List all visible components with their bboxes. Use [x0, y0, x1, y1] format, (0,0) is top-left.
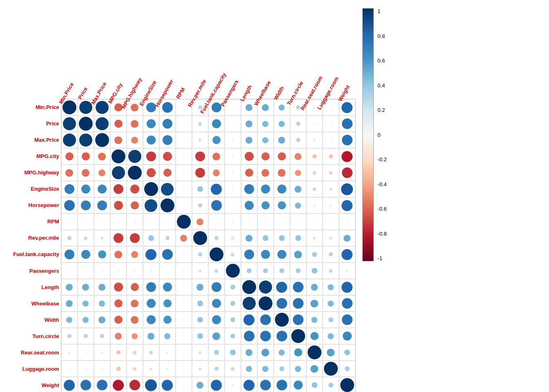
corr-circle [212, 153, 220, 160]
corr-circle [311, 284, 318, 291]
corr-circle [313, 107, 315, 109]
table-row [78, 377, 94, 392]
corr-circle [197, 301, 203, 306]
table-row [274, 279, 290, 295]
table-row [339, 246, 355, 263]
table-row [257, 181, 274, 197]
corr-circle [328, 383, 333, 388]
table-row [306, 148, 323, 165]
table-row [110, 132, 127, 148]
corr-circle [66, 317, 72, 323]
corr-circle [341, 282, 353, 293]
table-row [290, 279, 306, 295]
table-row [61, 116, 78, 132]
legend-tick: -0.2 [377, 156, 386, 163]
corr-circle [245, 201, 254, 210]
table-row [61, 263, 78, 279]
corr-circle [79, 134, 92, 147]
corr-circle [183, 368, 185, 370]
table-row [339, 328, 355, 344]
corr-circle [341, 183, 353, 195]
corr-circle [183, 205, 185, 206]
table-row [127, 214, 143, 230]
table-row [192, 344, 208, 361]
corr-circle [330, 123, 332, 125]
left-section: Min.PricePriceMax.PriceMPG.cityMPG.highw… [13, 8, 356, 392]
col-label-wrapper: RPM [175, 8, 192, 98]
col-label-wrapper: Rev.per.mile [192, 8, 208, 98]
row-label: Turn.circle [13, 328, 59, 344]
corr-circle [341, 151, 353, 162]
table-row [127, 116, 143, 132]
corr-circle [147, 315, 156, 324]
corr-circle [342, 118, 353, 129]
row-label: Horsepower [13, 197, 59, 214]
table-row [241, 279, 257, 295]
corr-circle [312, 252, 317, 257]
table-row [225, 377, 241, 392]
table-row [176, 148, 192, 165]
table-row [225, 132, 241, 148]
corr-circle [144, 182, 158, 196]
main-area: Min.PricePriceMax.PriceMPG.cityMPG.highw… [13, 8, 536, 392]
corr-circle [294, 251, 302, 258]
corr-circle [67, 236, 71, 240]
corr-circle [295, 153, 301, 160]
table-row [208, 361, 225, 377]
corr-circle [231, 237, 234, 240]
corr-circle [114, 201, 123, 210]
corr-circle [114, 184, 123, 194]
table-row [94, 116, 110, 132]
table-row [306, 132, 323, 148]
table-row [159, 132, 176, 148]
table-row [306, 165, 323, 181]
corr-circle [199, 368, 201, 370]
corr-circle [214, 367, 219, 371]
table-row [94, 148, 110, 165]
corr-circle [163, 299, 172, 307]
table-row [323, 181, 339, 197]
table-row [323, 295, 339, 312]
col-label: RPM [175, 87, 186, 100]
legend-tick: -0.8 [377, 231, 386, 237]
table-row [78, 132, 94, 148]
table-row [339, 148, 355, 165]
corr-circle [130, 185, 139, 194]
corr-circle [84, 236, 87, 240]
table-row [290, 165, 306, 181]
table-row [290, 148, 306, 165]
table-row [274, 116, 290, 132]
row-label: Price [13, 115, 59, 131]
corr-circle [279, 121, 285, 127]
table-row [208, 328, 225, 344]
col-label-wrapper: Length [241, 8, 257, 98]
corr-circle [118, 270, 119, 272]
table-row [257, 165, 274, 181]
corr-circle [296, 268, 301, 273]
corr-circle [329, 154, 333, 158]
table-row [94, 344, 110, 361]
table-row [208, 214, 225, 230]
table-row [339, 230, 355, 246]
table-row [110, 279, 127, 295]
corr-circle [277, 298, 287, 309]
row-label: EngineSize [13, 181, 59, 197]
corr-circle [85, 270, 87, 272]
corr-circle [128, 150, 141, 163]
corr-circle [198, 252, 202, 256]
table-row [323, 328, 339, 344]
corr-circle [232, 205, 234, 206]
corr-circle [232, 221, 234, 223]
corr-circle [211, 184, 222, 195]
table-row [110, 361, 127, 377]
corr-circle [231, 367, 234, 371]
table-row [61, 328, 78, 344]
corr-circle [63, 117, 76, 130]
table-row [61, 279, 78, 295]
corr-circle [278, 201, 286, 209]
corr-circle [262, 366, 268, 372]
corr-circle [312, 268, 317, 274]
corr-circle [226, 264, 240, 278]
corr-circle [183, 156, 185, 157]
corr-circle [230, 350, 236, 355]
